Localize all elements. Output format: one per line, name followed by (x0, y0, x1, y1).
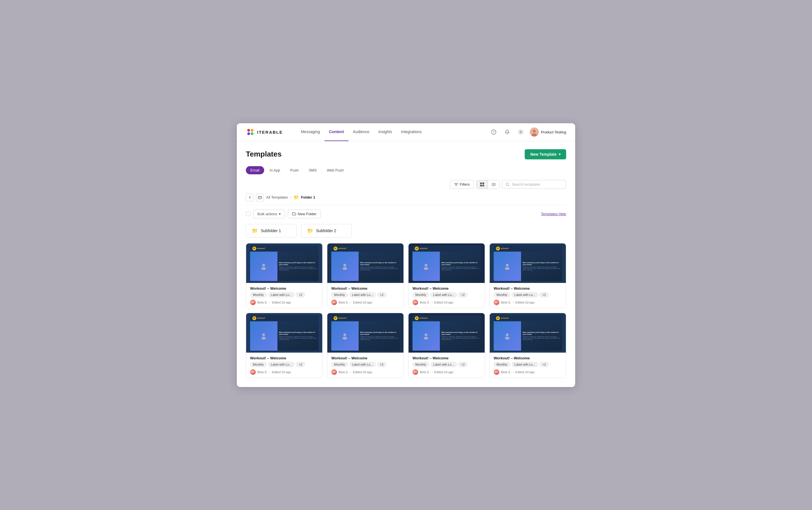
main-content: Templates New Template ▾ Email In App Pu… (237, 141, 575, 387)
template-meta: BS Bela S. • Edited 2d ago (494, 369, 562, 375)
logo-text: ITERABLE (257, 130, 283, 135)
edited-time: Edited 2d ago (515, 301, 535, 304)
list-view-button[interactable] (488, 180, 499, 189)
tag[interactable]: Label with Lo... (268, 362, 295, 367)
wrkout-logo: W (334, 316, 337, 320)
tag[interactable]: Label with Lo... (268, 292, 295, 297)
help-button[interactable]: ? (489, 128, 498, 137)
wrkout-hero-image (331, 321, 359, 351)
settings-button[interactable] (516, 128, 525, 137)
svg-rect-13 (482, 185, 484, 187)
back-icon (248, 196, 251, 199)
template-thumbnail: W wrkout! More workouts you'll enjoy, in… (409, 244, 485, 283)
main-nav: Messaging Content Audience Insights Inte… (296, 123, 489, 141)
tag-more[interactable]: +2 (458, 362, 468, 367)
wrkout-headline: More workouts you'll enjoy, in the comfo… (279, 262, 317, 266)
template-card[interactable]: W wrkout! More workouts you'll enjoy, in… (489, 313, 566, 378)
wrkout-brand: wrkout! (501, 247, 509, 249)
folder-add-icon (292, 212, 296, 216)
new-folder-button[interactable]: New Folder (288, 209, 321, 218)
tag-more[interactable]: +2 (458, 292, 468, 297)
template-card[interactable]: W wrkout! More workouts you'll enjoy, in… (489, 243, 566, 308)
template-info: Workout! – Welcome Monthly Label with Lo… (246, 283, 322, 308)
tag-more[interactable]: +2 (296, 362, 305, 367)
svg-point-24 (425, 264, 427, 266)
nav-messaging[interactable]: Messaging (296, 123, 325, 141)
subfolder-2[interactable]: 📁 Subfolder 2 (301, 224, 352, 237)
actions-row: Bulk actions ▾ New Folder Templates Help (246, 209, 566, 218)
nav-audience[interactable]: Audience (349, 123, 374, 141)
logo[interactable]: ITERABLE (246, 128, 283, 137)
tag-more[interactable]: +2 (540, 362, 549, 367)
tag[interactable]: Label with Lo... (430, 292, 457, 297)
template-card[interactable]: W wrkout! More workouts you'll enjoy, in… (246, 313, 323, 378)
subfolder-1[interactable]: 📁 Subfolder 1 (246, 224, 297, 237)
nav-insights[interactable]: Insights (374, 123, 396, 141)
wrkout-headline: More workouts you'll enjoy, in the comfo… (523, 262, 561, 266)
wrkout-headline: More workouts you'll enjoy, in the comfo… (279, 332, 317, 335)
wrkout-brand: wrkout! (501, 317, 509, 319)
tag-more[interactable]: +2 (377, 292, 387, 297)
tag[interactable]: Label with Lo... (430, 362, 457, 367)
template-card[interactable]: W wrkout! More workouts you'll enjoy, in… (408, 313, 485, 378)
tab-sms[interactable]: SMS (304, 166, 321, 174)
tag[interactable]: Label with Lo... (349, 362, 376, 367)
template-meta: BS Bela S. • Edited 2d ago (413, 369, 481, 375)
filters-button[interactable]: Filters (450, 180, 474, 189)
tag[interactable]: Monthly (494, 362, 510, 367)
tag[interactable]: Monthly (250, 292, 267, 297)
tag-more[interactable]: +2 (296, 292, 305, 297)
svg-point-8 (533, 130, 536, 133)
tag-more[interactable]: +2 (540, 292, 549, 297)
tag[interactable]: Label with Lo... (349, 292, 376, 297)
templates-help-link[interactable]: Templates Help (541, 212, 566, 216)
subfolder-icon: 📁 (252, 228, 258, 234)
nav-content[interactable]: Content (325, 123, 349, 141)
svg-rect-14 (492, 183, 495, 183)
notifications-button[interactable] (503, 128, 512, 137)
bulk-actions-button[interactable]: Bulk actions ▾ (253, 209, 285, 218)
svg-point-25 (424, 267, 428, 270)
search-input[interactable] (512, 182, 563, 187)
breadcrumb-separator: › (290, 195, 291, 199)
back-button[interactable] (246, 194, 254, 201)
tag[interactable]: Monthly (331, 362, 348, 367)
svg-point-1 (251, 129, 253, 132)
wrkout-headline: More workouts you'll enjoy, in the comfo… (442, 262, 479, 266)
svg-point-19 (259, 198, 260, 198)
author-name: Bela S. (420, 370, 430, 374)
template-card[interactable]: W wrkout! More workouts you'll enjoy, in… (327, 243, 404, 308)
svg-point-0 (247, 129, 250, 132)
breadcrumb-all-templates[interactable]: All Templates (266, 195, 288, 199)
edited-time: Edited 2d ago (434, 301, 453, 304)
tab-email[interactable]: Email (246, 166, 264, 174)
tag[interactable]: Label with Lo... (512, 362, 538, 367)
tab-webpush[interactable]: Web Push (322, 166, 348, 174)
template-thumbnail: W wrkout! More workouts you'll enjoy, in… (409, 313, 485, 352)
tag[interactable]: Monthly (413, 362, 429, 367)
avatar (530, 128, 539, 137)
nav-integrations[interactable]: Integrations (396, 123, 426, 141)
edited-time: Edited 2d ago (272, 301, 291, 304)
template-tags: Monthly Label with Lo... +2 (413, 362, 481, 367)
template-info: Workout! – Welcome Monthly Label with Lo… (490, 283, 566, 308)
user-menu[interactable]: Product Testing (530, 128, 566, 137)
tag-more[interactable]: +2 (377, 362, 387, 367)
grid-view-button[interactable] (477, 180, 488, 189)
template-card[interactable]: W wrkout! More workouts you'll enjoy, in… (246, 243, 323, 308)
tag[interactable]: Monthly (331, 292, 348, 297)
template-card[interactable]: W wrkout! More workouts you'll enjoy, in… (327, 313, 404, 378)
select-all-checkbox[interactable] (246, 211, 250, 216)
tag[interactable]: Monthly (413, 292, 429, 297)
author-name: Bela S. (258, 301, 267, 304)
tab-inapp[interactable]: In App (265, 166, 285, 174)
tag[interactable]: Monthly (494, 292, 510, 297)
tag[interactable]: Monthly (250, 362, 267, 367)
tag[interactable]: Label with Lo... (512, 292, 538, 297)
new-template-button[interactable]: New Template ▾ (525, 149, 566, 159)
breadcrumb: All Templates › 📁 Folder 1 (246, 194, 566, 205)
template-info: Workout! – Welcome Monthly Label with Lo… (409, 283, 485, 308)
svg-rect-16 (492, 185, 495, 186)
tab-push[interactable]: Push (285, 166, 303, 174)
template-card[interactable]: W wrkout! More workouts you'll enjoy, in… (408, 243, 485, 308)
